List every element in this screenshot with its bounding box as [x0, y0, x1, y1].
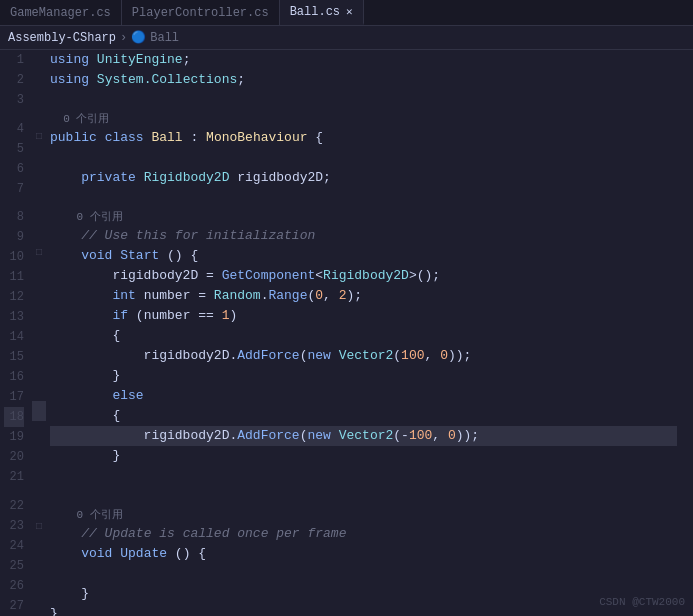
code-line-26: } [50, 604, 677, 616]
breadcrumb-bar: Assembly-CSharp › 🔵 Ball [0, 26, 693, 50]
code-lines: using UnityEngine; using System.Collecti… [46, 50, 693, 616]
line-numbers: 1 2 3 4 5 6 7 8 9 10 11 12 13 14 15 16 1… [0, 50, 32, 616]
code-line-18: rigidbody2D.AddForce(new Vector2(-100, 0… [50, 426, 677, 446]
code-line-12: if (number == 1) [50, 306, 677, 326]
tab-gamemanager[interactable]: GameManager.cs [0, 0, 122, 25]
breadcrumb-sep: › [120, 31, 127, 45]
tab-playercontroller-label: PlayerController.cs [132, 6, 269, 20]
tab-ball-label: Ball.cs [290, 5, 340, 19]
hint-update: 0 个引用 [50, 506, 677, 524]
code-line-21 [50, 486, 677, 506]
code-line-8: // Use this for initialization [50, 226, 677, 246]
code-line-15: } [50, 366, 677, 386]
watermark: CSDN @CTW2000 [599, 596, 685, 608]
code-line-24 [50, 564, 677, 584]
tab-ball[interactable]: Ball.cs ✕ [280, 0, 364, 25]
fold-gutter: □ □ □ [32, 50, 46, 616]
code-line-23: void Update () { [50, 544, 677, 564]
code-line-25: } [50, 584, 677, 604]
code-line-14: rigidbody2D.AddForce(new Vector2(100, 0)… [50, 346, 677, 366]
breadcrumb-assembly: Assembly-CSharp [8, 31, 116, 45]
breadcrumb-symbol: Ball [150, 31, 179, 45]
code-line-5 [50, 148, 677, 168]
code-line-9: void Start () { [50, 246, 677, 266]
code-line-11: int number = Random.Range(0, 2); [50, 286, 677, 306]
code-line-17: { [50, 406, 677, 426]
code-line-19: } [50, 446, 677, 466]
code-line-6: private Rigidbody2D rigidbody2D; [50, 168, 677, 188]
editor-area: 1 2 3 4 5 6 7 8 9 10 11 12 13 14 15 16 1… [0, 50, 693, 616]
code-line-7 [50, 188, 677, 208]
code-line-16: else [50, 386, 677, 406]
tab-ball-close[interactable]: ✕ [346, 5, 353, 18]
code-line-10: rigidbody2D = GetComponent<Rigidbody2D>(… [50, 266, 677, 286]
code-line-22: // Update is called once per frame [50, 524, 677, 544]
ball-icon: 🔵 [131, 30, 146, 45]
code-line-3 [50, 90, 677, 110]
code-line-20 [50, 466, 677, 486]
tab-playercontroller[interactable]: PlayerController.cs [122, 0, 280, 25]
code-line-13: { [50, 326, 677, 346]
hint-class: 0 个引用 [50, 110, 677, 128]
code-line-2: using System.Collections; [50, 70, 677, 90]
code-container[interactable]: 1 2 3 4 5 6 7 8 9 10 11 12 13 14 15 16 1… [0, 50, 693, 616]
code-line-1: using UnityEngine; [50, 50, 677, 70]
tab-gamemanager-label: GameManager.cs [10, 6, 111, 20]
tab-bar: GameManager.cs PlayerController.cs Ball.… [0, 0, 693, 26]
hint-start: 0 个引用 [50, 208, 677, 226]
code-line-4: public class Ball : MonoBehaviour { [50, 128, 677, 148]
